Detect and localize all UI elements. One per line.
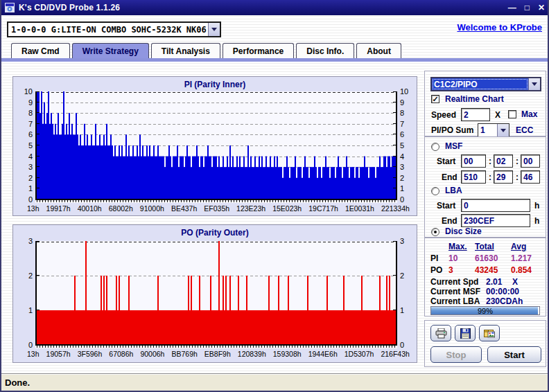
current-spd-label: Current Spd [430, 277, 478, 287]
x-tick-label: 67086h [109, 350, 133, 358]
tab-performance[interactable]: Performance [223, 43, 294, 58]
y-tick-label: 2 [28, 174, 33, 182]
y-tick-label: 0 [400, 341, 404, 349]
y-tick-label: 0 [28, 341, 33, 349]
x-tick-label: EB8F9h [204, 350, 231, 358]
po-chart [35, 241, 397, 348]
ecc-label: ECC [516, 125, 533, 135]
tab-band [1, 58, 549, 62]
floppy-save-icon [460, 328, 471, 339]
x-tick-label: 91000h [140, 204, 164, 213]
lba-end-input[interactable] [461, 214, 530, 227]
y-tick-label: 0 [28, 195, 33, 204]
msf-start-sec[interactable] [494, 154, 513, 168]
y-tick-label: 3 [28, 163, 33, 171]
progress-bar-text: 99% [431, 307, 539, 316]
tab-write-strategy[interactable]: Write Strategy [72, 43, 149, 58]
maximize-button[interactable]: □ [525, 0, 530, 15]
drive-select-value: 1-0-0-0 G:LITE-ON COMBO SOHC-5232K NK06 [8, 25, 208, 35]
pipo-sum-select[interactable]: 1 [478, 123, 509, 137]
save-button[interactable] [455, 325, 476, 341]
max-speed-label: Max [521, 109, 537, 119]
pi-x-axis: 13h19917h40010h68002h91000hBE437hEF035h1… [27, 204, 410, 213]
msf-end-frame[interactable] [521, 170, 540, 184]
msf-end-sec[interactable] [494, 170, 513, 184]
current-spd-unit: X [512, 277, 518, 287]
y-tick-label: 10 [24, 87, 33, 96]
x-tick-label: 123E23h [236, 204, 265, 213]
x-tick-label: BB769h [171, 350, 197, 358]
close-button[interactable]: ✕ [538, 0, 545, 15]
pi-chart-panel: PI (Parity Inner) 012345678910 012345678… [12, 76, 417, 216]
disc-size-label: Disc Size [445, 226, 482, 236]
stats-header-max: Max. [448, 242, 467, 251]
tab-tilt-analysis[interactable]: Tilt Analysis [151, 43, 220, 58]
y-tick-label: 10 [400, 87, 408, 96]
stats-po-label: PO [430, 265, 442, 275]
tab-raw-cmd[interactable]: Raw Cmd [11, 43, 70, 58]
chevron-down-icon[interactable] [497, 124, 509, 136]
actions-group: Stop Start [424, 320, 546, 367]
msf-start-frame[interactable] [521, 154, 540, 168]
print-button[interactable] [430, 325, 451, 341]
y-tick-label: 4 [28, 152, 33, 161]
current-lba-value: 230CDAh [486, 296, 523, 306]
chevron-down-icon[interactable] [528, 78, 540, 90]
minimize-button[interactable]: — [508, 0, 516, 15]
image-export-icon [484, 328, 495, 338]
lba-end-label: End [442, 216, 458, 226]
stats-pi-avg: 1.217 [511, 253, 532, 263]
chevron-down-icon[interactable] [208, 23, 220, 36]
po-y-axis-right: 0123 [399, 241, 415, 345]
pi-y-axis-left: 012345678910 [17, 91, 34, 199]
msf-start-min[interactable] [461, 154, 486, 168]
y-tick-label: 7 [400, 120, 404, 128]
max-speed-checkbox[interactable] [508, 110, 516, 118]
y-tick-label: 5 [28, 141, 33, 150]
msf-end-min[interactable] [461, 170, 486, 184]
current-lba-label: Current LBA [430, 296, 480, 306]
pi-y-axis-right: 012345678910 [399, 91, 415, 199]
lba-radio[interactable] [431, 187, 439, 195]
mode-select[interactable]: C1C2/PIPO [430, 77, 541, 91]
tab-disc-info[interactable]: Disc Info. [296, 43, 354, 58]
stats-group: Max. Total Avg PI 10 61630 1.217 PO 3 43… [424, 238, 546, 317]
lba-end-unit: h [534, 216, 539, 226]
stats-header-avg: Avg [511, 242, 526, 251]
drive-select[interactable]: 1-0-0-0 G:LITE-ON COMBO SOHC-5232K NK06 [7, 21, 221, 37]
stats-po-avg: 0.854 [511, 265, 532, 275]
x-tick-label: 68002h [109, 204, 133, 213]
current-spd-value: 2.01 [486, 277, 502, 287]
po-y-axis-left: 0123 [17, 241, 34, 345]
disc-size-radio[interactable] [431, 228, 439, 236]
printer-icon [435, 328, 447, 339]
stats-po-total: 43245 [475, 265, 498, 275]
y-tick-label: 2 [400, 271, 404, 280]
tab-about[interactable]: About [356, 43, 401, 58]
y-tick-label: 3 [400, 163, 404, 171]
x-tick-label: 19917h [46, 204, 71, 213]
msf-end-label: End [442, 172, 458, 182]
x-tick-label: 159308h [273, 350, 302, 358]
pipo-sum-value: 1 [478, 124, 497, 136]
export-image-button[interactable] [479, 325, 500, 341]
realtime-chart-checkbox[interactable]: ✓ [431, 95, 439, 103]
start-button[interactable]: Start [487, 346, 541, 363]
stats-po-max: 3 [448, 265, 453, 275]
y-tick-label: 3 [28, 237, 33, 245]
x-tick-label: 221334h [381, 204, 410, 213]
pi-chart-title: PI (Parity Inner) [13, 80, 417, 89]
colon-separator: : [516, 157, 518, 166]
speed-input[interactable] [461, 108, 490, 121]
msf-radio[interactable] [431, 143, 439, 151]
current-msf-label: Current MSF [430, 287, 480, 296]
lba-start-input[interactable] [461, 199, 530, 212]
welcome-link[interactable]: Welcome to KProbe [457, 22, 542, 33]
y-tick-label: 1 [28, 306, 33, 314]
y-tick-label: 1 [400, 306, 404, 314]
stop-button[interactable]: Stop [430, 346, 482, 363]
x-tick-label: 1944E6h [308, 350, 338, 358]
x-tick-label: 13h [27, 204, 40, 213]
realtime-chart-label: Realtime Chart [445, 94, 504, 104]
mode-select-value: C1C2/PIPO [432, 78, 528, 90]
